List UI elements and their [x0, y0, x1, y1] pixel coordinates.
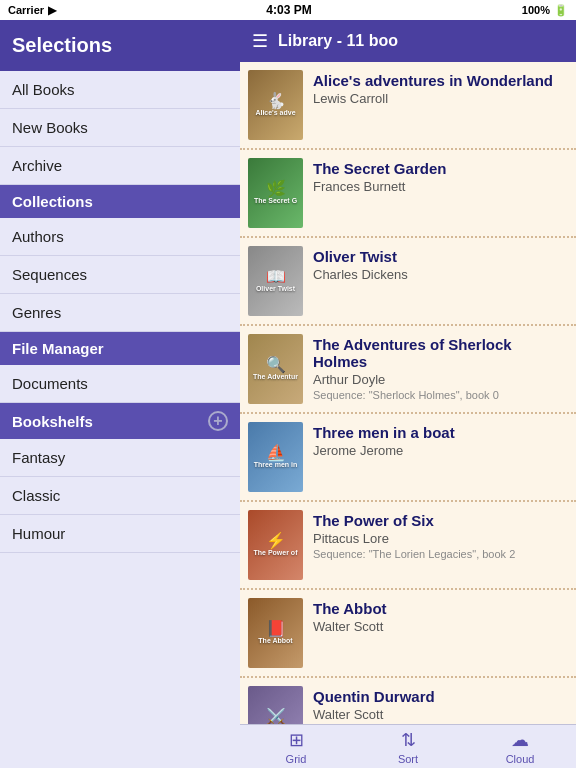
status-bar: Carrier ▶ 4:03 PM 100% 🔋 [0, 0, 576, 20]
book-item[interactable]: ⛵Three men inThree men in a boatJerome J… [240, 414, 576, 502]
hamburger-icon[interactable]: ☰ [252, 30, 268, 52]
sidebar-item-documents[interactable]: Documents [0, 365, 240, 403]
book-info: Quentin DurwardWalter Scott [313, 686, 568, 722]
tab-cloud[interactable]: ☁ Cloud [464, 725, 576, 769]
book-info: The Power of SixPittacus LoreSequence: "… [313, 510, 568, 560]
book-author: Lewis Carroll [313, 91, 568, 106]
book-info: The AbbotWalter Scott [313, 598, 568, 634]
book-author: Jerome Jerome [313, 443, 568, 458]
book-cover: 📖Oliver Twist [248, 246, 303, 316]
book-cover: 🌿The Secret G [248, 158, 303, 228]
book-author: Arthur Doyle [313, 372, 568, 387]
book-info: Alice's adventures in WonderlandLewis Ca… [313, 70, 568, 106]
sidebar-item-authors[interactable]: Authors [0, 218, 240, 256]
book-info: Three men in a boatJerome Jerome [313, 422, 568, 458]
book-info: The Adventures of Sherlock HolmesArthur … [313, 334, 568, 401]
book-cover: 📕The Abbot [248, 598, 303, 668]
book-title: The Secret Garden [313, 160, 568, 177]
sidebar: Selections All Books New Books Archive C… [0, 20, 240, 768]
sidebar-item-genres[interactable]: Genres [0, 294, 240, 332]
book-item[interactable]: 📕The AbbotThe AbbotWalter Scott [240, 590, 576, 678]
sidebar-item-all-books[interactable]: All Books [0, 71, 240, 109]
carrier-text: Carrier [8, 4, 44, 16]
book-item[interactable]: 🐇Alice's adveAlice's adventures in Wonde… [240, 62, 576, 150]
battery-text: 100% [522, 4, 550, 16]
book-item[interactable]: 🌿The Secret GThe Secret GardenFrances Bu… [240, 150, 576, 238]
status-right: 100% 🔋 [522, 4, 568, 17]
tab-grid-label: Grid [286, 753, 307, 765]
book-title: Three men in a boat [313, 424, 568, 441]
sort-icon: ⇅ [401, 729, 416, 751]
bookshelfs-label: Bookshelfs [12, 413, 93, 430]
book-info: Oliver TwistCharles Dickens [313, 246, 568, 282]
book-title: The Power of Six [313, 512, 568, 529]
sidebar-item-fantasy[interactable]: Fantasy [0, 439, 240, 477]
sidebar-header: Selections [0, 20, 240, 71]
battery-icon: 🔋 [554, 4, 568, 17]
sidebar-item-sequences[interactable]: Sequences [0, 256, 240, 294]
content-header: ☰ Library - 11 boo [240, 20, 576, 62]
content-area: ☰ Library - 11 boo 🐇Alice's adveAlice's … [240, 20, 576, 768]
book-item[interactable]: 🔍The AdventurThe Adventures of Sherlock … [240, 326, 576, 414]
book-info: The Secret GardenFrances Burnett [313, 158, 568, 194]
book-title: The Abbot [313, 600, 568, 617]
sidebar-section-file-manager: File Manager [0, 332, 240, 365]
book-list: 🐇Alice's adveAlice's adventures in Wonde… [240, 62, 576, 724]
tab-bar: ⊞ Grid ⇅ Sort ☁ Cloud [240, 724, 576, 768]
tab-sort[interactable]: ⇅ Sort [352, 725, 464, 769]
book-item[interactable]: ⚔️Quentin DurwQuentin DurwardWalter Scot… [240, 678, 576, 724]
book-author: Walter Scott [313, 707, 568, 722]
sidebar-section-collections: Collections [0, 185, 240, 218]
add-bookshelf-button[interactable]: + [208, 411, 228, 431]
library-title: Library - 11 boo [278, 32, 398, 50]
book-sequence: Sequence: "Sherlock Holmes", book 0 [313, 389, 568, 401]
sidebar-item-new-books[interactable]: New Books [0, 109, 240, 147]
status-time: 4:03 PM [266, 3, 311, 17]
book-author: Walter Scott [313, 619, 568, 634]
tab-grid[interactable]: ⊞ Grid [240, 725, 352, 769]
grid-icon: ⊞ [289, 729, 304, 751]
sidebar-item-humour[interactable]: Humour [0, 515, 240, 553]
book-cover: 🔍The Adventur [248, 334, 303, 404]
book-cover: ⚔️Quentin Durw [248, 686, 303, 724]
sidebar-section-bookshelfs: Bookshelfs + [0, 403, 240, 439]
sidebar-item-classic[interactable]: Classic [0, 477, 240, 515]
book-author: Frances Burnett [313, 179, 568, 194]
book-item[interactable]: ⚡The Power ofThe Power of SixPittacus Lo… [240, 502, 576, 590]
status-left: Carrier ▶ [8, 4, 56, 17]
main-container: Selections All Books New Books Archive C… [0, 20, 576, 768]
signal-icon: ▶ [48, 4, 56, 17]
book-cover: 🐇Alice's adve [248, 70, 303, 140]
book-title: The Adventures of Sherlock Holmes [313, 336, 568, 370]
book-author: Charles Dickens [313, 267, 568, 282]
book-cover: ⚡The Power of [248, 510, 303, 580]
book-title: Oliver Twist [313, 248, 568, 265]
book-item[interactable]: 📖Oliver TwistOliver TwistCharles Dickens [240, 238, 576, 326]
book-title: Quentin Durward [313, 688, 568, 705]
sidebar-item-archive[interactable]: Archive [0, 147, 240, 185]
book-author: Pittacus Lore [313, 531, 568, 546]
tab-cloud-label: Cloud [506, 753, 535, 765]
tab-sort-label: Sort [398, 753, 418, 765]
book-cover: ⛵Three men in [248, 422, 303, 492]
book-sequence: Sequence: "The Lorien Legacies", book 2 [313, 548, 568, 560]
cloud-icon: ☁ [511, 729, 529, 751]
book-title: Alice's adventures in Wonderland [313, 72, 568, 89]
